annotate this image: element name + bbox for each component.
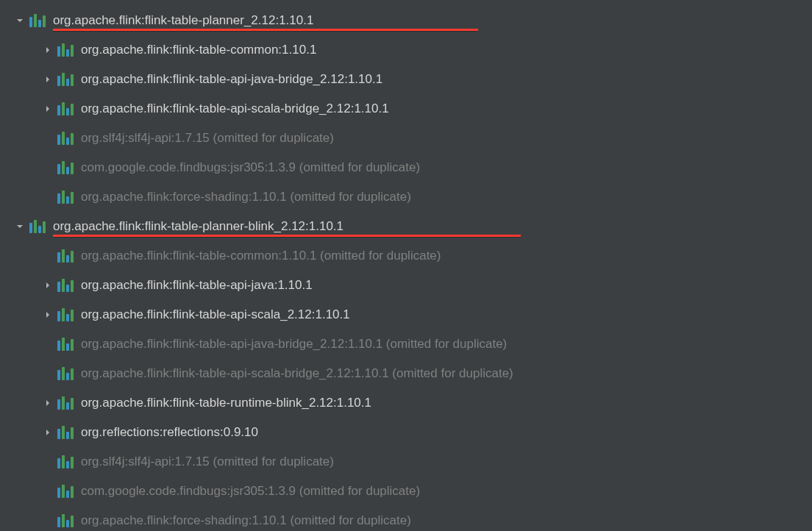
dependency-label: org.apache.flink:flink-table-api-java-br…: [81, 337, 507, 352]
tree-node[interactable]: org.apache.flink:flink-table-api-scala-b…: [0, 94, 812, 124]
library-icon: [29, 14, 46, 27]
dependency-label: org.apache.flink:flink-table-runtime-bli…: [81, 396, 371, 410]
library-icon: [57, 455, 74, 468]
library-icon: [57, 190, 74, 204]
library-icon: [57, 367, 74, 380]
dependency-label: org.apache.flink:force-shading:1.10.1 (o…: [81, 190, 411, 204]
dependency-label: org.apache.flink:flink-table-api-scala-b…: [81, 366, 513, 381]
tree-node[interactable]: org.apache.flink:flink-table-planner-bli…: [0, 212, 812, 241]
library-icon: [57, 102, 74, 115]
dependency-label: org.apache.flink:force-shading:1.10.1 (o…: [81, 513, 411, 528]
tree-node[interactable]: org.apache.flink:flink-table-planner_2.1…: [0, 6, 812, 35]
chevron-right-icon[interactable]: [41, 43, 54, 57]
library-icon: [57, 132, 74, 145]
tree-node[interactable]: org.slf4j:slf4j-api:1.7.15 (omitted for …: [0, 124, 812, 153]
chevron-right-icon[interactable]: [41, 73, 54, 86]
tree-node[interactable]: org.slf4j:slf4j-api:1.7.15 (omitted for …: [0, 447, 812, 477]
chevron-right-icon[interactable]: [41, 102, 54, 115]
library-icon: [57, 161, 74, 174]
library-icon: [57, 279, 74, 292]
library-icon: [57, 514, 74, 527]
dependency-label: org.slf4j:slf4j-api:1.7.15 (omitted for …: [81, 455, 334, 469]
dependency-label: org.reflections:reflections:0.9.10: [81, 425, 258, 440]
chevron-right-icon[interactable]: [41, 279, 54, 292]
dependency-label: org.apache.flink:flink-table-api-java-br…: [81, 72, 382, 87]
library-icon: [29, 220, 46, 233]
library-icon: [57, 308, 74, 321]
dependency-label: org.apache.flink:flink-table-common:1.10…: [81, 43, 316, 57]
dependency-label: org.apache.flink:flink-table-planner_2.1…: [53, 13, 313, 28]
dependency-label: org.apache.flink:flink-table-common:1.10…: [81, 249, 441, 263]
library-icon: [57, 249, 74, 263]
chevron-down-icon[interactable]: [13, 14, 26, 27]
dependency-label: com.google.code.findbugs:jsr305:1.3.9 (o…: [81, 484, 420, 499]
library-icon: [57, 396, 74, 410]
library-icon: [57, 43, 74, 57]
dependency-label: org.apache.flink:flink-table-planner-bli…: [53, 219, 343, 234]
highlight-underline: [53, 29, 478, 31]
dependency-label: org.apache.flink:flink-table-api-scala_2…: [81, 307, 350, 322]
tree-node[interactable]: com.google.code.findbugs:jsr305:1.3.9 (o…: [0, 477, 812, 506]
tree-node[interactable]: org.reflections:reflections:0.9.10: [0, 418, 812, 447]
dependency-label: com.google.code.findbugs:jsr305:1.3.9 (o…: [81, 160, 420, 175]
chevron-right-icon[interactable]: [41, 426, 54, 439]
library-icon: [57, 485, 74, 498]
library-icon: [57, 73, 74, 86]
tree-node[interactable]: org.apache.flink:flink-table-api-java:1.…: [0, 271, 812, 300]
library-icon: [57, 338, 74, 351]
library-icon: [57, 426, 74, 439]
chevron-right-icon[interactable]: [41, 308, 54, 321]
tree-node[interactable]: com.google.code.findbugs:jsr305:1.3.9 (o…: [0, 153, 812, 182]
tree-node[interactable]: org.apache.flink:flink-table-api-scala-b…: [0, 359, 812, 388]
dependency-label: org.slf4j:slf4j-api:1.7.15 (omitted for …: [81, 131, 334, 146]
tree-node[interactable]: org.apache.flink:force-shading:1.10.1 (o…: [0, 182, 812, 212]
tree-node[interactable]: org.apache.flink:flink-table-api-java-br…: [0, 65, 812, 94]
dependency-label: org.apache.flink:flink-table-api-scala-b…: [81, 101, 389, 116]
highlight-underline: [53, 235, 521, 237]
tree-node[interactable]: org.apache.flink:flink-table-runtime-bli…: [0, 388, 812, 418]
chevron-down-icon[interactable]: [13, 220, 26, 233]
tree-node[interactable]: org.apache.flink:flink-table-common:1.10…: [0, 35, 812, 65]
tree-node[interactable]: org.apache.flink:flink-table-api-scala_2…: [0, 300, 812, 329]
tree-node[interactable]: org.apache.flink:flink-table-common:1.10…: [0, 241, 812, 271]
dependency-tree: org.apache.flink:flink-table-planner_2.1…: [0, 6, 812, 531]
tree-node[interactable]: org.apache.flink:flink-table-api-java-br…: [0, 329, 812, 359]
tree-node[interactable]: org.apache.flink:force-shading:1.10.1 (o…: [0, 506, 812, 531]
dependency-label: org.apache.flink:flink-table-api-java:1.…: [81, 278, 313, 293]
chevron-right-icon[interactable]: [41, 396, 54, 410]
